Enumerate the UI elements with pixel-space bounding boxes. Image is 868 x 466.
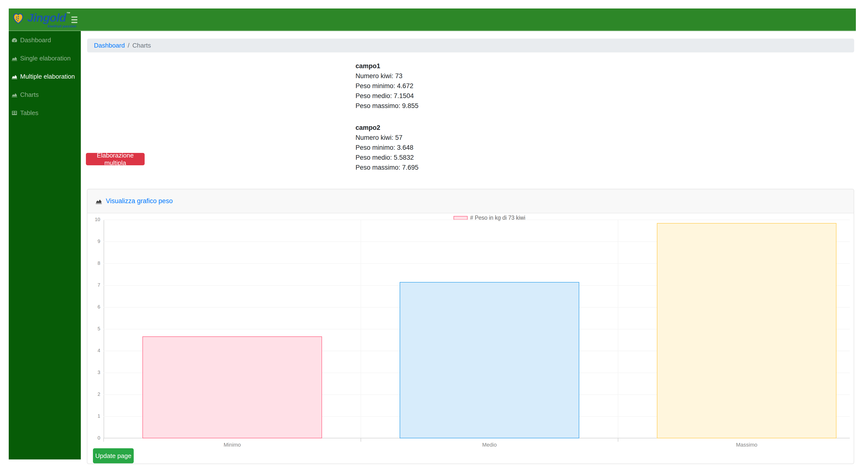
chart-area-icon (11, 55, 18, 62)
sidebar-nav: DashboardSingle elaborationMultiple elab… (9, 31, 81, 460)
kiwi-heart-logo-icon (12, 12, 25, 26)
sidebar-item-tables[interactable]: Tables (9, 104, 81, 122)
chart-area-icon (95, 197, 102, 205)
kiwi-stats-block: campo1Numero kiwi: 73Peso minimo: 4.672P… (355, 61, 418, 184)
stat-group-campo2: campo2Numero kiwi: 57Peso minimo: 3.648P… (355, 123, 418, 173)
stat-line: Peso minimo: 3.648 (355, 143, 418, 153)
stat-line: Peso massimo: 7.695 (355, 163, 418, 173)
stat-group-title: campo2 (355, 123, 418, 133)
stat-group-campo1: campo1Numero kiwi: 73Peso minimo: 4.672P… (355, 61, 418, 111)
brand-tagline: kiwifruit passion (48, 24, 76, 28)
brand-name: Jingold™ (27, 11, 70, 24)
breadcrumb: Dashboard / Charts (87, 39, 854, 53)
update-page-button[interactable]: Update page (93, 448, 134, 463)
legend-swatch (454, 216, 468, 220)
y-tick-label: 3 (98, 370, 100, 375)
y-tick-label: 8 (98, 260, 100, 266)
sidebar-item-dashboard[interactable]: Dashboard (9, 31, 81, 49)
y-axis-labels: 012345678910 (92, 220, 101, 442)
gridline-vertical (361, 220, 361, 438)
breadcrumb-current: Charts (132, 42, 151, 49)
chart-card-header: Visualizza grafico peso (87, 189, 854, 213)
y-tick-label: 10 (95, 217, 100, 222)
tachometer-icon (11, 37, 18, 43)
chart-area-icon (11, 92, 18, 98)
breadcrumb-link-dashboard[interactable]: Dashboard (94, 42, 125, 49)
sidebar-item-label: Single elaboration (20, 55, 71, 62)
breadcrumb-separator: / (128, 42, 129, 49)
x-category-label: Massimo (736, 442, 757, 447)
y-tick-label: 2 (98, 392, 100, 397)
chart-panel-title-link[interactable]: Visualizza grafico peso (106, 197, 173, 205)
gridline-vertical (618, 220, 618, 438)
y-tick-label: 0 (98, 435, 100, 441)
y-tick-label: 4 (98, 348, 100, 353)
stat-group-title: campo1 (355, 61, 418, 71)
stat-line: Numero kiwi: 73 (355, 71, 418, 81)
x-category-label: Minimo (224, 442, 241, 447)
table-icon (11, 110, 18, 116)
stat-line: Peso minimo: 4.672 (355, 81, 418, 91)
sidebar-item-multiple-elaboration[interactable]: Multiple elaboration (9, 67, 81, 86)
top-navbar: Jingold™ kiwifruit passion (9, 8, 856, 31)
screenshot-frame: Jingold™ kiwifruit passion DashboardSing… (0, 0, 868, 466)
main-content: Dashboard / Charts campo1Numero kiwi: 73… (81, 31, 856, 464)
sidebar-item-label: Multiple elaboration (20, 73, 75, 80)
y-tick-label: 9 (98, 239, 100, 244)
sidebar-item-charts[interactable]: Charts (9, 86, 81, 104)
bar-chart: # Peso in kg di 73 kiwi 012345678910 Min… (92, 214, 850, 447)
y-tick-label: 7 (98, 282, 100, 288)
sidebar-item-label: Tables (20, 109, 38, 117)
elaborazione-multipla-button[interactable]: Elaborazione multipla (86, 153, 145, 165)
gridline-horizontal (104, 220, 850, 220)
x-tick-mark (361, 438, 361, 442)
x-tick-mark (618, 438, 618, 442)
stat-line: Numero kiwi: 57 (355, 133, 418, 143)
sidebar-item-single-elaboration[interactable]: Single elaboration (9, 49, 81, 67)
bar-medio[interactable] (400, 282, 579, 438)
chart-area-icon (11, 73, 18, 80)
x-tick-mark (103, 438, 104, 442)
y-tick-label: 1 (98, 413, 100, 419)
sidebar-item-label: Charts (20, 91, 39, 98)
chart-card-body: # Peso in kg di 73 kiwi 012345678910 Min… (87, 214, 854, 464)
stat-line: Peso massimo: 9.855 (355, 101, 418, 111)
plot-area: MinimoMedioMassimo (104, 220, 850, 438)
stat-line: Peso medio: 5.5832 (355, 153, 418, 163)
app-window: Jingold™ kiwifruit passion DashboardSing… (9, 8, 856, 464)
sidebar-item-label: Dashboard (20, 36, 51, 44)
y-tick-label: 6 (98, 304, 100, 310)
trademark-symbol: ™ (66, 11, 70, 15)
bar-massimo[interactable] (657, 223, 836, 438)
x-category-label: Medio (482, 442, 497, 447)
stat-line: Peso medio: 7.1504 (355, 91, 418, 101)
y-tick-label: 5 (98, 326, 100, 332)
sidebar-toggle-hamburger-icon[interactable] (71, 17, 78, 23)
bar-minimo[interactable] (143, 336, 322, 438)
chart-card: Visualizza grafico peso # Peso in kg di … (87, 189, 854, 464)
